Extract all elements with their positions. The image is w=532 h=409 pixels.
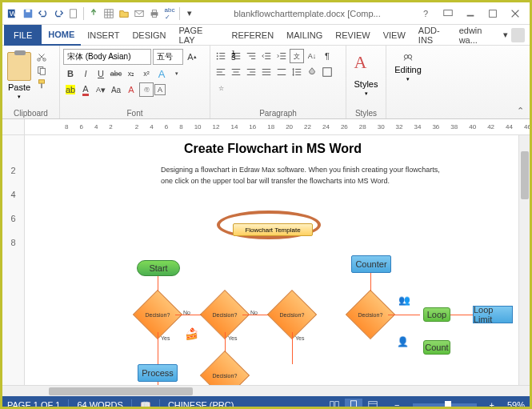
counter-node[interactable]: Counter	[351, 255, 391, 273]
increase-indent-button[interactable]	[274, 49, 289, 63]
horizontal-scrollbar[interactable]	[2, 385, 530, 396]
zoom-slider[interactable]	[413, 403, 477, 407]
file-tab[interactable]: FILE	[4, 25, 42, 46]
grow-font-button[interactable]: A▴	[185, 50, 199, 64]
chevron-down-icon[interactable]: ▾	[170, 66, 184, 81]
vertical-ruler[interactable]: 2468	[2, 135, 25, 385]
italic-button[interactable]: I	[78, 66, 93, 81]
bullets-button[interactable]	[214, 49, 228, 63]
tab-design[interactable]: DESIGN	[126, 25, 172, 46]
font-color-button[interactable]: A	[78, 82, 93, 97]
collapse-ribbon-button[interactable]: ⌃	[517, 106, 528, 117]
print-layout-button[interactable]	[345, 399, 362, 409]
print-icon[interactable]	[147, 6, 162, 21]
align-center-button[interactable]	[229, 65, 243, 79]
copy-button[interactable]	[34, 64, 49, 77]
font-size-combo[interactable]: 五号	[153, 49, 183, 65]
phonetic-guide-button[interactable]: ㊥	[139, 82, 154, 97]
text-direction-button[interactable]: 文	[290, 49, 304, 63]
maximize-icon[interactable]	[485, 7, 501, 20]
highlight-button[interactable]: ab	[63, 82, 78, 97]
avatar[interactable]	[511, 28, 525, 42]
looplimit-node[interactable]: Loop Limit	[473, 306, 513, 323]
styles-button[interactable]: A Styles ▾	[353, 50, 380, 98]
strike-button[interactable]: abc	[109, 66, 123, 81]
scroll-thumb[interactable]	[521, 151, 529, 199]
scroll-thumb[interactable]	[49, 387, 193, 395]
subscript-button[interactable]: x₂	[124, 66, 138, 81]
ribbon-options-icon[interactable]	[440, 7, 456, 20]
document-canvas[interactable]: Create Flowchart in MS Word Designing a …	[25, 135, 518, 385]
document-title[interactable]: Create Flowchart in MS Word	[65, 142, 481, 156]
editing-button[interactable]: Editing ▾	[393, 50, 423, 84]
decrease-indent-button[interactable]	[259, 49, 274, 63]
language-indicator[interactable]: CHINESE (PRC)	[168, 400, 234, 409]
help-icon[interactable]: ?	[418, 7, 434, 20]
change-case-button[interactable]: Aa	[109, 82, 123, 97]
tab-view[interactable]: VIEW	[377, 25, 412, 46]
numbering-button[interactable]: 123	[229, 49, 243, 63]
save-icon[interactable]	[21, 6, 35, 21]
show-marks-button[interactable]: ¶	[320, 49, 334, 63]
shading-button[interactable]	[305, 65, 319, 79]
text-effects-button[interactable]: A	[154, 66, 169, 81]
web-layout-button[interactable]	[364, 399, 382, 409]
multilevel-button[interactable]	[244, 49, 258, 63]
underline-button[interactable]: U	[94, 66, 108, 81]
justify-button[interactable]	[259, 65, 274, 79]
count-node[interactable]: Count	[423, 340, 450, 355]
tab-addins[interactable]: ADD-INS	[412, 25, 459, 46]
vertical-scrollbar[interactable]	[518, 135, 530, 385]
user-name[interactable]: edwin wa...	[459, 26, 501, 45]
minimize-icon[interactable]	[462, 7, 478, 20]
borders-button[interactable]	[320, 65, 334, 79]
font-name-combo[interactable]: 宋体 (Body Asian)	[63, 49, 151, 65]
cut-button[interactable]	[34, 50, 49, 63]
open-icon[interactable]	[117, 6, 131, 21]
table-icon[interactable]	[102, 6, 116, 21]
clear-format-button[interactable]: A	[124, 82, 138, 97]
decision-node[interactable]: Decision?	[200, 351, 250, 385]
process-node[interactable]: Process	[138, 364, 178, 382]
tab-home[interactable]: HOME	[42, 25, 81, 46]
align-left-button[interactable]	[214, 65, 228, 79]
zoom-out-button[interactable]: −	[394, 400, 399, 409]
paste-button[interactable]: Paste ▾	[6, 50, 33, 102]
sort-button[interactable]: A↓	[305, 49, 319, 63]
spell-check-icon[interactable]: 📖	[140, 400, 151, 410]
char-border-button[interactable]: A	[154, 84, 166, 95]
tab-pagelayout[interactable]: PAGE LAY	[173, 25, 226, 46]
document-body[interactable]: Designing a flowchart in Edraw Max softw…	[65, 156, 481, 187]
line-spacing-button[interactable]	[290, 65, 304, 79]
qat-dropdown-icon[interactable]: ▾	[182, 6, 197, 21]
horizontal-ruler[interactable]: 8642246810121416182022242628303234363840…	[25, 119, 530, 134]
email-icon[interactable]	[132, 6, 146, 21]
page-indicator[interactable]: PAGE 1 OF 1	[7, 400, 60, 409]
loop-node[interactable]: Loop	[423, 307, 450, 322]
format-painter-button[interactable]	[34, 78, 49, 90]
redo-icon[interactable]	[51, 6, 66, 21]
svg-rect-12	[152, 10, 156, 12]
word-count[interactable]: 64 WORDS	[77, 400, 122, 409]
tab-review[interactable]: REVIEW	[329, 25, 376, 46]
user-dropdown-icon[interactable]: ▾	[503, 30, 508, 40]
read-mode-button[interactable]	[326, 399, 343, 409]
flowchart-diagram[interactable]: Flowchart Template Start Decision? No De…	[65, 207, 513, 385]
align-right-button[interactable]	[244, 65, 258, 79]
start-node[interactable]: Start	[137, 260, 180, 276]
spelling-icon[interactable]: abc✓	[162, 6, 177, 21]
tab-references[interactable]: REFEREN	[226, 25, 281, 46]
tab-insert[interactable]: INSERT	[81, 25, 126, 46]
superscript-button[interactable]: x²	[139, 66, 154, 81]
touch-icon[interactable]	[86, 6, 101, 21]
bold-button[interactable]: B	[63, 66, 78, 81]
distribute-button[interactable]	[274, 65, 289, 79]
undo-icon[interactable]	[36, 6, 50, 21]
close-icon[interactable]	[507, 7, 523, 20]
shrink-font-button[interactable]: A▾	[94, 82, 108, 97]
zoom-in-button[interactable]: +	[490, 400, 494, 409]
zoom-level[interactable]: 59%	[507, 400, 525, 409]
tab-mailing[interactable]: MAILING	[280, 25, 329, 46]
char-spacing-button[interactable]: ☆	[214, 81, 228, 95]
new-icon[interactable]	[66, 6, 81, 21]
